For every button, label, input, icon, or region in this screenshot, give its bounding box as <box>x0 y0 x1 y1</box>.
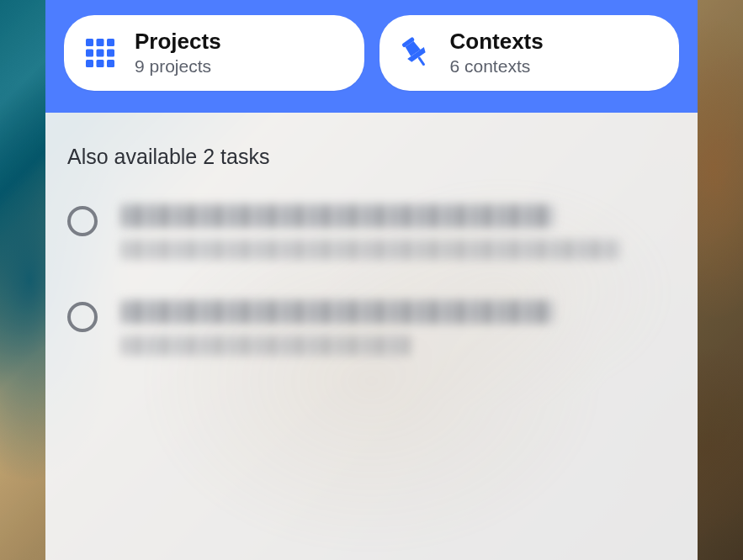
task-row[interactable] <box>67 300 676 356</box>
app-panel: Projects 9 projects Contexts 6 contexts <box>45 0 698 560</box>
svg-rect-6 <box>86 60 93 67</box>
task-meta-obscured <box>121 240 620 260</box>
projects-subtitle: 9 projects <box>135 55 221 77</box>
svg-rect-1 <box>97 39 104 46</box>
task-title-obscured <box>121 204 554 228</box>
header-bar: Projects 9 projects Contexts 6 contexts <box>45 0 698 113</box>
svg-rect-0 <box>86 39 93 46</box>
svg-rect-5 <box>107 50 114 57</box>
projects-card-text: Projects 9 projects <box>135 29 221 77</box>
section-heading: Also available 2 tasks <box>67 145 676 169</box>
task-body <box>121 300 676 356</box>
task-checkbox[interactable] <box>67 302 98 332</box>
pin-icon <box>396 34 435 72</box>
svg-rect-4 <box>97 50 104 57</box>
svg-rect-8 <box>107 60 114 67</box>
projects-title: Projects <box>135 29 221 55</box>
svg-rect-3 <box>86 50 93 57</box>
projects-card[interactable]: Projects 9 projects <box>64 15 364 91</box>
contexts-subtitle: 6 contexts <box>450 55 544 77</box>
task-row[interactable] <box>67 204 676 260</box>
contexts-card[interactable]: Contexts 6 contexts <box>379 15 680 91</box>
svg-rect-2 <box>107 39 114 46</box>
svg-rect-7 <box>97 60 104 67</box>
grid-icon <box>81 34 119 72</box>
contexts-title: Contexts <box>450 29 544 55</box>
task-body <box>121 204 676 260</box>
svg-rect-10 <box>417 56 425 66</box>
task-checkbox[interactable] <box>67 206 98 236</box>
task-meta-obscured <box>121 335 410 356</box>
task-title-obscured <box>121 300 554 324</box>
content-area: Also available 2 tasks <box>45 113 698 560</box>
contexts-card-text: Contexts 6 contexts <box>450 29 544 77</box>
